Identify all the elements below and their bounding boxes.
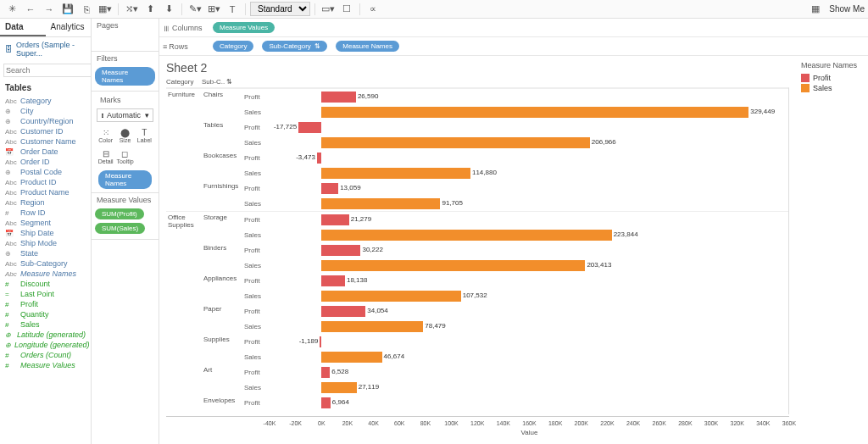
metric-label[interactable]: Sales — [244, 292, 270, 300]
metric-label[interactable]: Profit — [244, 124, 270, 131]
bar-mark[interactable] — [317, 153, 321, 164]
subcategory-label[interactable]: Furnishings — [202, 180, 244, 211]
header-subcategory[interactable]: Sub-C.. ⇅ — [202, 78, 244, 86]
bar-mark[interactable] — [321, 260, 585, 271]
text-icon[interactable]: T — [224, 2, 241, 17]
subcategory-label[interactable]: Envelopes — [202, 395, 244, 414]
rows-pill-category[interactable]: Category — [213, 41, 253, 52]
metric-label[interactable]: Sales — [244, 200, 270, 208]
marks-tooltip-icon[interactable]: ◻Tooltip — [115, 147, 134, 167]
field-category[interactable]: AbcCategory — [0, 96, 91, 106]
legend-item-sales[interactable]: Sales — [801, 83, 863, 93]
new-worksheet-icon[interactable]: ▦▾ — [97, 2, 114, 17]
field-customer-id[interactable]: AbcCustomer ID — [0, 126, 91, 136]
field-discount[interactable]: #Discount — [0, 279, 91, 289]
new-datasource-icon[interactable]: ⎘ — [78, 2, 95, 17]
field-quantity[interactable]: #Quantity — [0, 309, 91, 319]
bar-mark[interactable] — [321, 198, 440, 209]
bar-mark[interactable] — [321, 214, 349, 225]
columns-pill-measure-values[interactable]: Measure Values — [213, 22, 275, 33]
marks-detail-icon[interactable]: ⊟Detail — [97, 147, 114, 167]
metric-label[interactable]: Profit — [244, 154, 270, 162]
bar-mark[interactable] — [321, 321, 423, 332]
field-longitude-generated-[interactable]: ⊕Longitude (generated) — [0, 340, 91, 350]
highlight-icon[interactable]: ✎▾ — [186, 2, 203, 17]
metric-label[interactable]: Sales — [244, 169, 270, 177]
subcategory-label[interactable]: Bookcases — [202, 150, 244, 180]
show-me-label[interactable]: Show Me — [829, 4, 865, 14]
bar-mark[interactable] — [321, 245, 360, 256]
bar-mark[interactable] — [321, 137, 590, 148]
metric-label[interactable]: Profit — [244, 399, 270, 407]
metric-label[interactable]: Sales — [244, 323, 270, 330]
field-sub-category[interactable]: AbcSub-Category — [0, 258, 91, 269]
metric-label[interactable]: Profit — [244, 247, 270, 254]
rows-shelf[interactable]: ≡Rows Category Sub-Category ⇅ Measure Na… — [159, 37, 868, 56]
field-product-name[interactable]: AbcProduct Name — [0, 187, 91, 197]
metric-label[interactable]: Profit — [244, 338, 270, 346]
subcategory-label[interactable]: Storage — [202, 212, 244, 242]
field-measure-values[interactable]: #Measure Values — [0, 360, 91, 370]
marks-type-select[interactable]: ⫾ Automatic▾ — [97, 108, 153, 122]
field-ship-mode[interactable]: AbcShip Mode — [0, 238, 91, 248]
search-input[interactable] — [3, 64, 92, 77]
metric-label[interactable]: Profit — [244, 93, 270, 101]
datasource-row[interactable]: 🗄 Orders (Sample - Super... — [0, 37, 91, 61]
metric-label[interactable]: Sales — [244, 139, 270, 147]
mv-pill-sales[interactable]: SUM(Sales) — [95, 223, 145, 234]
metric-label[interactable]: Profit — [244, 185, 270, 192]
columns-shelf[interactable]: ⫼Columns Measure Values — [159, 19, 868, 37]
bar-mark[interactable] — [321, 183, 338, 194]
fit-mode-select[interactable]: Standard — [250, 2, 310, 16]
bar-mark[interactable] — [320, 336, 321, 347]
bar-mark[interactable] — [321, 275, 345, 286]
bar-mark[interactable] — [321, 367, 330, 378]
category-label[interactable]: Office Supplies — [166, 212, 202, 414]
swap-icon[interactable]: ⤭▾ — [123, 2, 140, 17]
show-me-icon[interactable]: ▦ — [807, 2, 824, 17]
save-icon[interactable]: 💾 — [59, 2, 76, 17]
marks-size-icon[interactable]: ⬤Size — [115, 125, 134, 146]
field-ship-date[interactable]: 📅Ship Date — [0, 228, 91, 238]
field-sales[interactable]: #Sales — [0, 319, 91, 330]
bar-mark[interactable] — [321, 352, 381, 363]
tab-data[interactable]: Data — [0, 19, 46, 36]
filter-pill-measure-names[interactable]: Measure Names — [95, 67, 155, 86]
metric-label[interactable]: Sales — [244, 414, 270, 415]
bar-mark[interactable] — [321, 382, 356, 393]
field-last-point[interactable]: =Last Point — [0, 289, 91, 299]
sort-asc-icon[interactable]: ⬆ — [142, 2, 159, 17]
marks-color-icon[interactable]: ⁙Color — [97, 125, 114, 146]
category-label[interactable]: Furniture — [166, 89, 202, 211]
field-profit[interactable]: #Profit — [0, 299, 91, 309]
field-state[interactable]: ⊕State — [0, 248, 91, 258]
metric-label[interactable]: Sales — [244, 353, 270, 361]
bar-mark[interactable] — [321, 306, 365, 317]
bar-mark[interactable] — [321, 397, 331, 408]
metric-label[interactable]: Sales — [244, 231, 270, 239]
bar-mark[interactable] — [321, 107, 748, 118]
field-measure-names[interactable]: AbcMeasure Names — [0, 269, 91, 279]
bar-mark[interactable] — [321, 92, 356, 103]
forward-icon[interactable]: → — [41, 2, 58, 17]
field-row-id[interactable]: #Row ID — [0, 208, 91, 218]
field-order-date[interactable]: 📅Order Date — [0, 147, 91, 157]
field-orders-count-[interactable]: #Orders (Count) — [0, 350, 91, 360]
tab-analytics[interactable]: Analytics — [46, 19, 92, 36]
subcategory-label[interactable]: Paper — [202, 303, 244, 334]
field-country-region[interactable]: ⊕Country/Region — [0, 116, 91, 126]
bar-mark[interactable] — [321, 291, 461, 302]
field-customer-name[interactable]: AbcCustomer Name — [0, 136, 91, 147]
subcategory-label[interactable]: Art — [202, 364, 244, 395]
back-icon[interactable]: ← — [22, 2, 39, 17]
group-icon[interactable]: ⊞▾ — [205, 2, 222, 17]
subcategory-label[interactable]: Binders — [202, 242, 244, 273]
legend-item-profit[interactable]: Profit — [801, 73, 863, 83]
subcategory-label[interactable]: Appliances — [202, 273, 244, 303]
metric-label[interactable]: Profit — [244, 277, 270, 285]
rows-pill-subcategory[interactable]: Sub-Category ⇅ — [262, 41, 327, 52]
field-city[interactable]: ⊕City — [0, 106, 91, 116]
subcategory-label[interactable]: Chairs — [202, 89, 244, 119]
metric-label[interactable]: Profit — [244, 216, 270, 224]
marks-label-icon[interactable]: TLabel — [136, 125, 153, 146]
